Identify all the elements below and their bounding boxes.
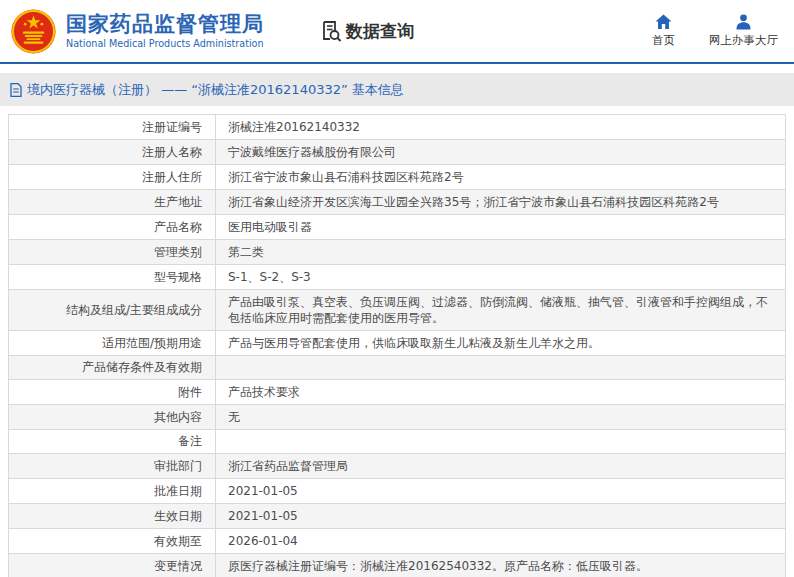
row-value: S-1、S-2、S-3 [216,265,785,289]
header: 国家药品监督管理局 National Medical Products Admi… [0,0,794,64]
row-value-text: 无 [228,409,240,425]
table-row: 有效期至2026-01-04 [9,529,785,554]
row-label-text: 产品储存条件及有效期 [82,360,202,375]
row-value: 第二类 [216,240,785,264]
row-label-text: 生产地址 [154,195,202,210]
row-value-text: 2021-01-05 [228,483,298,499]
row-value-text: 2021-01-05 [228,508,298,524]
row-label-text: 型号规格 [154,270,202,285]
table-row: 其他内容无 [9,405,785,430]
table-row: 适用范围/预期用途产品与医用导管配套使用，供临床吸取新生儿粘液及新生儿羊水之用。 [9,331,785,356]
row-value-text: 2026-01-04 [228,533,298,549]
row-value-text: 产品由吸引泵、真空表、负压调压阀、过滤器、防倒流阀、储液瓶、抽气管、引液管和手控… [228,294,773,326]
row-value: 2021-01-05 [216,504,785,528]
table-row: 产品名称医用电动吸引器 [9,215,785,240]
document-icon [10,83,22,97]
row-value: 医用电动吸引器 [216,215,785,239]
table-row: 产品储存条件及有效期 [9,356,785,380]
table-row: 批准日期2021-01-05 [9,479,785,504]
row-label: 变更情况 [9,554,216,577]
table-row: 备注 [9,430,785,454]
row-label-text: 适用范围/预期用途 [102,336,202,351]
table-row: 审批部门浙江省药品监督管理局 [9,454,785,479]
row-label: 有效期至 [9,529,216,553]
row-label: 产品储存条件及有效期 [9,356,216,379]
table-row: 生效日期2021-01-05 [9,504,785,529]
row-value-text: 浙江省药品监督管理局 [228,458,348,474]
table-row: 生产地址浙江省象山经济开发区滨海工业园全兴路35号；浙江省宁波市象山县石浦科技园… [9,190,785,215]
row-value-text: 第二类 [228,244,264,260]
row-label-text: 注册人名称 [142,145,202,160]
row-value: 浙江省药品监督管理局 [216,454,785,478]
table-row: 型号规格S-1、S-2、S-3 [9,265,785,290]
row-label-text: 注册证编号 [142,120,202,135]
row-label: 生产地址 [9,190,216,214]
row-label: 产品名称 [9,215,216,239]
site-subtitle: National Medical Products Administration [66,39,264,50]
row-value: 浙江省象山经济开发区滨海工业园全兴路35号；浙江省宁波市象山县石浦科技园区科苑路… [216,190,785,214]
row-label-text: 批准日期 [154,484,202,499]
row-value: 产品技术要求 [216,380,785,404]
row-label-text: 产品名称 [154,220,202,235]
data-query-nav[interactable]: 数据查询 [320,20,414,43]
row-label-text: 生效日期 [154,509,202,524]
row-value: 产品由吸引泵、真空表、负压调压阀、过滤器、防倒流阀、储液瓶、抽气管、引液管和手控… [216,290,785,330]
row-value: 产品与医用导管配套使用，供临床吸取新生儿粘液及新生儿羊水之用。 [216,331,785,355]
table-row: 注册人住所浙江省宁波市象山县石浦科技园区科苑路2号 [9,165,785,190]
nav-online-hall-label: 网上办事大厅 [709,33,778,48]
row-label: 生效日期 [9,504,216,528]
table-row: 结构及组成/主要组成成分产品由吸引泵、真空表、负压调压阀、过滤器、防倒流阀、储液… [9,290,785,331]
breadcrumb-text: 境内医疗器械（注册） —— “浙械注准20162140332” 基本信息 [27,81,404,99]
row-label: 备注 [9,430,216,453]
table-row: 注册人名称宁波戴维医疗器械股份有限公司 [9,140,785,165]
row-value: 宁波戴维医疗器械股份有限公司 [216,140,785,164]
row-label: 适用范围/预期用途 [9,331,216,355]
row-label-text: 结构及组成/主要组成成分 [66,303,202,318]
national-emblem-icon [10,8,57,55]
device-info-table: 注册证编号浙械注准20162140332注册人名称宁波戴维医疗器械股份有限公司注… [8,114,786,577]
nav-home-label: 首页 [652,33,675,48]
row-value: 浙江省宁波市象山县石浦科技园区科苑路2号 [216,165,785,189]
row-value-text: 浙械注准20162140332 [228,119,360,135]
row-label: 型号规格 [9,265,216,289]
row-value: 浙械注准20162140332 [216,115,785,139]
breadcrumb: 境内医疗器械（注册） —— “浙械注准20162140332” 基本信息 [0,73,794,106]
row-label-text: 审批部门 [154,459,202,474]
table-row: 附件产品技术要求 [9,380,785,405]
row-value: 2026-01-04 [216,529,785,553]
row-value-text: 产品技术要求 [228,384,300,400]
row-label: 审批部门 [9,454,216,478]
row-value-text: 医用电动吸引器 [228,219,312,235]
row-label: 结构及组成/主要组成成分 [9,290,216,330]
row-label-text: 备注 [178,434,202,449]
row-label-text: 其他内容 [154,410,202,425]
user-icon [735,14,752,30]
row-value [216,430,785,453]
nav-home[interactable]: 首页 [652,14,675,48]
row-label: 注册人名称 [9,140,216,164]
row-value-text: 产品与医用导管配套使用，供临床吸取新生儿粘液及新生儿羊水之用。 [228,335,600,351]
site-title: 国家药品监督管理局 [66,13,264,36]
nav-online-hall[interactable]: 网上办事大厅 [709,14,778,48]
data-query-icon [320,20,342,42]
row-label: 注册人住所 [9,165,216,189]
data-query-label: 数据查询 [346,20,414,43]
row-label-text: 变更情况 [154,559,202,574]
row-label-text: 管理类别 [154,245,202,260]
row-value-text: 宁波戴维医疗器械股份有限公司 [228,144,396,160]
row-label: 批准日期 [9,479,216,503]
row-value: 2021-01-05 [216,479,785,503]
table-row: 管理类别第二类 [9,240,785,265]
row-label: 其他内容 [9,405,216,429]
row-label: 注册证编号 [9,115,216,139]
row-label-text: 注册人住所 [142,170,202,185]
row-label: 附件 [9,380,216,404]
row-value-text: S-1、S-2、S-3 [228,269,311,285]
row-value-text: 浙江省宁波市象山县石浦科技园区科苑路2号 [228,169,464,185]
row-label-text: 附件 [178,385,202,400]
row-value-text: 原医疗器械注册证编号：浙械注准20162540332。原产品名称：低压吸引器。 [228,558,648,574]
row-value: 无 [216,405,785,429]
table-row: 注册证编号浙械注准20162140332 [9,115,785,140]
home-icon [655,14,672,30]
row-label-text: 有效期至 [154,534,202,549]
